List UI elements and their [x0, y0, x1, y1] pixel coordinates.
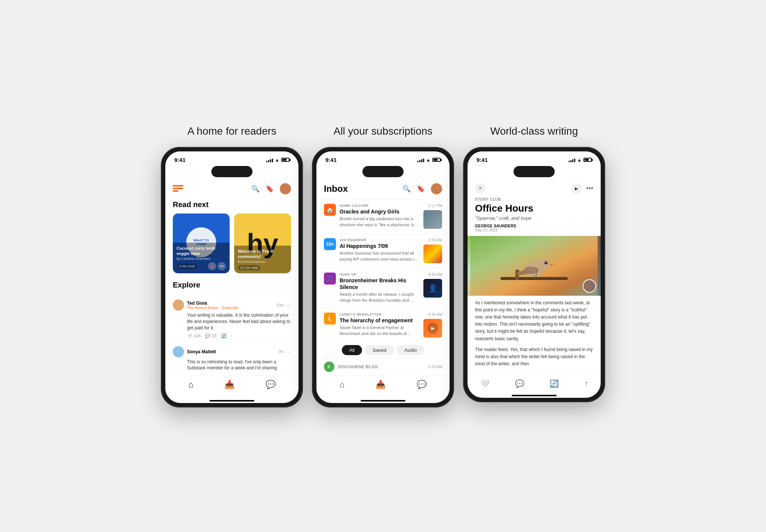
- explore-avatar-2: [173, 346, 184, 357]
- nav-chat-2[interactable]: 💬: [417, 380, 427, 390]
- battery-icon-1: [281, 158, 289, 162]
- status-bar-2: 9:41 ▲: [316, 151, 450, 166]
- battery-icon-2: [432, 158, 441, 162]
- filter-all[interactable]: All: [342, 345, 362, 355]
- explore-menu-1[interactable]: ···: [287, 302, 291, 308]
- section3-title: World-class writing: [490, 124, 578, 138]
- bird-image: [468, 236, 601, 296]
- nav-inbox-2[interactable]: 📥: [376, 380, 386, 390]
- bookmark-icon-1[interactable]: 🔖: [266, 185, 274, 193]
- inbox-icon-2: 10x: [324, 238, 336, 250]
- svg-point-7: [538, 259, 550, 269]
- article-content: Story Club Office Hours "Sparrow," craft…: [468, 197, 601, 232]
- filter-audio[interactable]: Audio: [397, 345, 424, 355]
- user-avatar-1[interactable]: [280, 183, 291, 194]
- inbox-thumb-4: ▶: [423, 319, 442, 338]
- share-1[interactable]: ↑: [231, 333, 233, 338]
- inbox-thumb-1: [423, 210, 442, 229]
- phone-frame-3: 9:41 ▲: [463, 147, 605, 402]
- article-subtitle: "Sparrow," craft, and hope: [475, 215, 593, 221]
- article-image: [468, 236, 601, 296]
- card-1[interactable]: WHAT TO COOK Coconut curry lentil veggie…: [173, 213, 230, 273]
- status-icons-3: ▲: [569, 157, 592, 163]
- explore-menu-2[interactable]: ···: [287, 349, 291, 355]
- explore-item-1-header: Ted Gioia The Honest Broker · Subscribe …: [173, 299, 291, 311]
- card-2-bottom: Welcome to The H community! By Emma Gann…: [234, 246, 291, 274]
- inbox-category-2: 10x Engineer: [340, 238, 420, 242]
- signal-icon-1: [266, 158, 273, 162]
- explore-meta-2: Sonya Mallett: [187, 349, 275, 354]
- inbox-item-text-2: Another business has announced that all …: [340, 250, 420, 262]
- phone-frame-2: 9:41 ▲: [312, 147, 454, 408]
- nav-inbox-1[interactable]: 📥: [224, 380, 235, 390]
- home-indicator-3: [512, 395, 557, 396]
- bird-illustration: [468, 236, 601, 296]
- card-1-author: By Caroline Chambers: [177, 257, 226, 261]
- like-button[interactable]: 🤍: [480, 379, 490, 388]
- bookmark-icon-2[interactable]: 🔖: [417, 185, 425, 193]
- author-avatar: [583, 279, 596, 293]
- article-actions: 🤍 💬 🔄 ↑: [468, 375, 601, 392]
- explore-item-2-header: Sonya Mallett 3m ···: [173, 346, 291, 357]
- status-time-1: 9:41: [174, 157, 186, 163]
- section2-title: All your subscriptions: [334, 124, 433, 138]
- inbox-header: Inbox 🔍 🔖: [316, 180, 450, 199]
- status-icons-2: ▲: [417, 157, 441, 163]
- inbox-title: Inbox: [324, 184, 348, 194]
- inbox-category-3: Hung Up: [340, 273, 420, 276]
- inbox-icon-4: L: [324, 313, 336, 325]
- phone-screen-1: 9:41 ▲: [165, 151, 298, 403]
- nav-home-1[interactable]: ⌂: [188, 380, 193, 390]
- inbox-time-1: 9:17 PM: [428, 204, 442, 208]
- status-bar-3: 9:41 ▲: [468, 151, 601, 166]
- notch-1: [211, 166, 252, 177]
- explore-meta-1: Ted Gioia The Honest Broker · Subscribe: [187, 301, 273, 310]
- phone1-header: 🔍 🔖: [165, 180, 298, 199]
- inbox-category-4: Lenny's Newsletter: [340, 313, 420, 316]
- card-1-save[interactable]: 🔖: [208, 262, 216, 270]
- card-1-bottom: Coconut curry lentil veggie stew By Caro…: [173, 243, 230, 274]
- comments-1[interactable]: 💬 23: [205, 333, 216, 338]
- explore-heading: Explore: [165, 279, 298, 294]
- inbox-thumb-3: 👤: [423, 279, 442, 298]
- inbox-item-1[interactable]: 🏠 Home Culture Oracles and Angry Girls B…: [316, 199, 450, 233]
- article-nav-right: ▶ •••: [571, 183, 593, 194]
- card-2[interactable]: hy Welcome to The H community! By Emma G…: [234, 213, 291, 273]
- play-button[interactable]: ▶: [571, 183, 582, 194]
- svg-rect-4: [500, 277, 568, 280]
- inbox-item-4[interactable]: L Lenny's Newsletter The hierarchy of en…: [316, 308, 450, 342]
- bottom-nav-1: ⌂ 📥 💬: [165, 375, 298, 397]
- nav-home-2[interactable]: ⌂: [339, 380, 344, 390]
- close-button[interactable]: ✕: [475, 183, 485, 194]
- nav-chat-1[interactable]: 💬: [266, 380, 276, 390]
- more-button[interactable]: •••: [586, 185, 593, 193]
- user-avatar-2[interactable]: [431, 183, 442, 194]
- card-1-more[interactable]: •••: [218, 262, 226, 270]
- cards-row: WHAT TO COOK Coconut curry lentil veggie…: [165, 213, 298, 279]
- article-body-1: As I mentioned somewhere in the comments…: [475, 299, 593, 342]
- inbox-thumb-2: [423, 245, 442, 263]
- share-button[interactable]: ↑: [584, 379, 588, 388]
- inbox-item-2[interactable]: 10x 10x Engineer AI Happenings 7/09 Anot…: [316, 233, 450, 268]
- bottom-nav-2: ⌂ 📥 💬: [316, 375, 450, 397]
- inbox-item-3[interactable]: 🎵 Hung Up Bronzenheimer Breaks His Silen…: [316, 268, 450, 308]
- explore-source-name-1: The Honest Broker: [187, 306, 218, 310]
- restack-icon-1: 🔄: [221, 333, 226, 338]
- explore-text-2: This is so refreshing to read, I've only…: [187, 359, 291, 372]
- restack-button[interactable]: 🔄: [549, 379, 559, 388]
- likes-1[interactable]: 🤍 124: [187, 333, 200, 338]
- explore-item-1: Ted Gioia The Honest Broker · Subscribe …: [165, 295, 298, 342]
- filter-saved[interactable]: Saved: [365, 345, 394, 355]
- search-icon-2[interactable]: 🔍: [402, 185, 411, 193]
- subscribe-link-1[interactable]: Subscribe: [221, 306, 238, 310]
- battery-icon-3: [583, 158, 592, 162]
- search-icon-1[interactable]: 🔍: [251, 185, 260, 193]
- card-2-time: 12 min read: [238, 265, 260, 270]
- article-category: Story Club: [475, 197, 593, 202]
- restack-1[interactable]: 🔄: [221, 333, 226, 338]
- card-2-author: By Emma Gannon: [238, 260, 287, 264]
- likes-count-1: 124: [194, 333, 200, 338]
- comment-button[interactable]: 💬: [515, 379, 524, 388]
- section-subscriptions: All your subscriptions 9:41 ▲: [312, 124, 454, 408]
- discourse-item[interactable]: K Discourse Blog 9:39 AM: [316, 358, 450, 375]
